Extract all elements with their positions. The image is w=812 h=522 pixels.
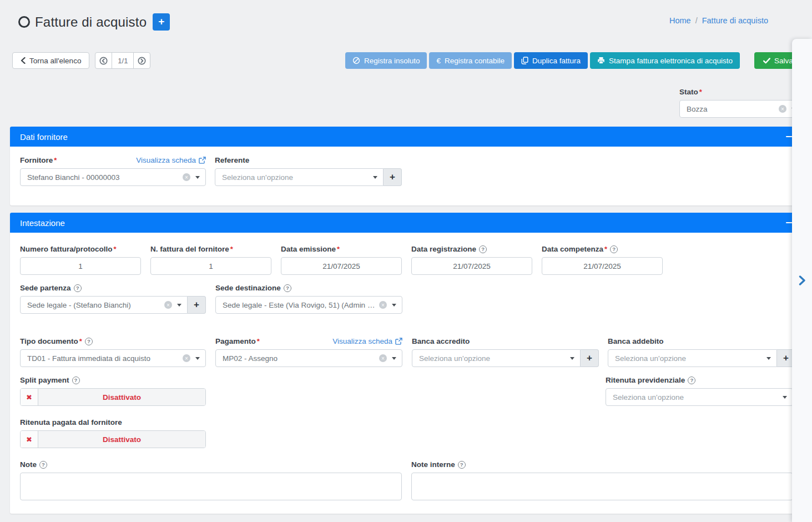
new-invoice-button[interactable]: + [153,13,170,31]
data-competenza-label: Data competenza*? [542,245,663,253]
plus-icon: + [390,172,395,183]
note-interne-label: Note interne? [411,460,793,469]
data-registrazione-label: Data registrazione? [411,245,532,253]
visualizza-scheda-pagamento-link[interactable]: Visualizza scheda [332,337,402,345]
breadcrumb-home-link[interactable]: Home [669,16,691,25]
pager-position: 1/1 [112,52,134,69]
ritenuta-pagata-value: Disattivato [38,431,205,448]
chevron-left-icon [21,57,26,64]
breadcrumb-current-link[interactable]: Fatture di acquisto [702,16,768,25]
required-asterisk: * [230,245,233,253]
data-registrazione-field: Data registrazione? [411,245,532,275]
registra-insoluto-button[interactable]: Registra insoluto [345,52,427,69]
next-record-button[interactable] [133,52,150,69]
breadcrumb-separator: / [695,16,698,25]
stato-value: Bozza [687,105,775,113]
referente-field: Referente Seleziona un'opzione + [215,156,402,186]
intestazione-title: Intestazione [20,218,65,228]
fornitore-field: Fornitore* Visualizza scheda Stefano Bia… [20,156,206,186]
duplica-fattura-button[interactable]: Duplica fattura [514,52,588,69]
help-icon: ? [688,377,695,384]
stampa-fattura-button[interactable]: Stampa fattura elettronica di acquisto [590,52,740,69]
sede-partenza-label: Sede partenza? [20,284,206,292]
tipo-documento-select[interactable]: TD01 - Fattura immediata di acquisto × [20,349,206,367]
clear-icon[interactable]: × [779,105,786,113]
n-fattura-fornitore-input[interactable] [150,257,271,275]
numero-fattura-label: Numero fattura/protocollo* [20,245,141,253]
fornitore-select[interactable]: Stefano Bianchi - 00000003 × [20,168,206,186]
data-competenza-input[interactable] [542,257,663,275]
pagamento-select[interactable]: MP02 - Assegno × [215,349,402,367]
chevron-down-icon [783,396,787,399]
chevron-down-icon [195,357,200,360]
numero-fattura-input[interactable] [20,257,141,275]
salva-label: Salva [774,57,793,65]
previous-record-button[interactable] [95,52,112,69]
dati-fornitore-header[interactable]: Dati fornitore [10,127,803,147]
banca-accredito-field: Banca accredito Seleziona un'opzione + [412,337,599,367]
required-asterisk: * [337,245,340,253]
page-header: Fatture di acquisto + [18,13,170,31]
chevron-down-icon [392,357,396,360]
stato-label: Stato* [679,88,802,96]
n-fattura-fornitore-label: N. fattura del fornitore* [150,245,271,253]
clear-icon[interactable]: × [183,354,190,362]
ritenuta-previdenziale-select[interactable]: Seleziona un'opzione [606,388,793,406]
tipo-documento-value: TD01 - Fattura immediata di acquisto [27,354,179,363]
registra-insoluto-label: Registra insoluto [364,57,420,65]
banca-addebito-select[interactable]: Seleziona un'opzione [608,349,777,367]
data-emissione-input[interactable] [281,257,402,275]
stato-select[interactable]: Bozza × [679,100,802,118]
visualizza-scheda-fornitore-link[interactable]: Visualizza scheda [136,156,206,164]
clear-icon[interactable]: × [183,173,190,181]
pagamento-value: MP02 - Assegno [223,354,376,363]
help-icon: ? [458,461,466,469]
clear-icon[interactable]: × [379,301,387,309]
registra-contabile-button[interactable]: € Registra contabile [429,52,512,69]
help-icon: ? [284,284,291,292]
sede-destinazione-select[interactable]: Sede legale - Este (Via Rovigo, 51) (Adm… [215,296,402,314]
ritenuta-previdenziale-field: Ritenuta previdenziale? Seleziona un'opz… [606,376,793,406]
arrow-circle-right-icon [138,57,146,65]
n-fattura-fornitore-field: N. fattura del fornitore* [150,245,271,275]
stato-field: Stato* Bozza × [679,88,802,118]
help-icon: ? [72,377,80,384]
add-sede-partenza-button[interactable]: + [188,296,206,314]
record-pager: 1/1 [95,52,150,69]
sede-destinazione-value: Sede legale - Este (Via Rovigo, 51) (Adm… [223,301,376,309]
note-label: Note? [20,460,402,469]
plus-icon: + [158,16,164,28]
add-banca-accredito-button[interactable]: + [581,349,599,367]
intestazione-body: Numero fattura/protocollo* N. fattura de… [10,233,803,514]
back-to-list-button[interactable]: Torna all'elenco [12,52,89,69]
dati-fornitore-body: Fornitore* Visualizza scheda Stefano Bia… [10,147,803,197]
referente-select[interactable]: Seleziona un'opzione [215,168,384,186]
data-registrazione-input[interactable] [411,257,532,275]
chevron-down-icon [177,304,181,307]
back-to-list-label: Torna all'elenco [29,57,81,65]
module-circle-icon [18,16,30,28]
note-textarea[interactable] [20,473,402,500]
clear-icon[interactable]: × [164,301,172,309]
ban-icon [352,57,360,64]
ritenuta-pagata-toggle[interactable]: ✖ Disattivato [20,430,206,448]
chevron-down-icon [766,357,771,360]
expand-panel-chevron-icon[interactable] [798,275,806,285]
note-interne-field: Note interne? [411,460,793,503]
x-icon: ✖ [21,431,38,448]
ritenuta-previdenziale-label: Ritenuta previdenziale? [606,376,793,384]
ritenuta-previdenziale-placeholder: Seleziona un'opzione [613,393,781,401]
banca-accredito-placeholder: Seleziona un'opzione [419,354,569,363]
toolbar-actions: Registra insoluto € Registra contabile D… [345,52,802,69]
intestazione-header[interactable]: Intestazione [10,213,803,233]
sede-partenza-select[interactable]: Sede legale - (Stefano Bianchi) × [20,296,188,314]
fornitore-value: Stefano Bianchi - 00000003 [27,173,179,182]
page-title: Fatture di acquisto [35,14,147,30]
split-payment-toggle[interactable]: ✖ Disattivato [20,388,206,406]
plus-icon: + [587,353,592,364]
sede-destinazione-field: Sede destinazione? Sede legale - Este (V… [215,284,402,314]
clear-icon[interactable]: × [379,354,387,362]
add-referente-button[interactable]: + [384,168,402,186]
note-interne-textarea[interactable] [411,473,793,500]
banca-accredito-select[interactable]: Seleziona un'opzione [412,349,581,367]
